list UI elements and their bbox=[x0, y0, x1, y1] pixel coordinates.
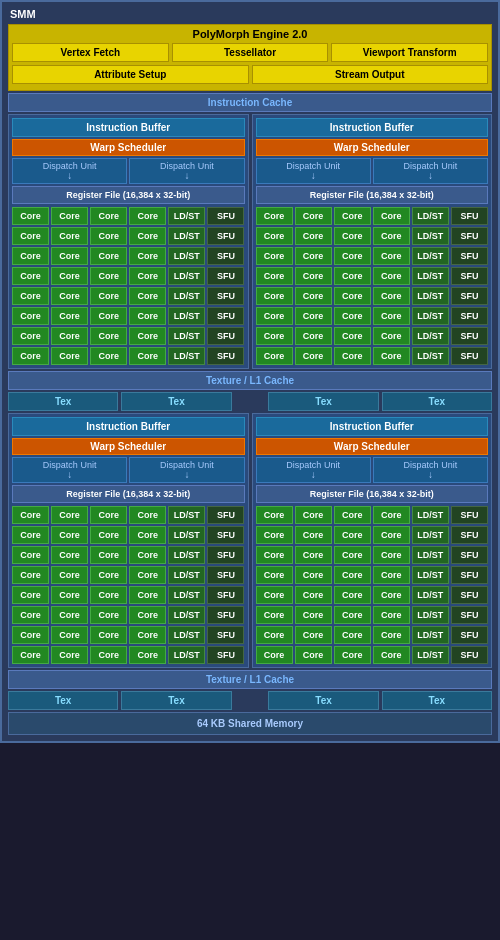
sm3-dispatch-unit-2: Dispatch Unit↓ bbox=[129, 457, 244, 483]
core: Core bbox=[295, 347, 332, 365]
core: Core bbox=[12, 566, 49, 584]
core: Core bbox=[12, 526, 49, 544]
core: Core bbox=[256, 606, 293, 624]
sfu: SFU bbox=[207, 347, 244, 365]
tex-7: Tex bbox=[268, 691, 378, 710]
core: Core bbox=[51, 347, 88, 365]
core: Core bbox=[129, 646, 166, 664]
core: Core bbox=[295, 247, 332, 265]
core: Core bbox=[90, 227, 127, 245]
attribute-setup: Attribute Setup bbox=[12, 65, 249, 84]
sm3-warp-scheduler: Warp Scheduler bbox=[12, 438, 245, 455]
sfu: SFU bbox=[451, 566, 488, 584]
core: Core bbox=[334, 506, 371, 524]
sfu: SFU bbox=[451, 247, 488, 265]
ldst: LD/ST bbox=[412, 646, 449, 664]
tex-6: Tex bbox=[121, 691, 231, 710]
table-row: Core Core Core Core LD/ST SFU bbox=[12, 287, 245, 305]
core: Core bbox=[129, 267, 166, 285]
core: Core bbox=[12, 347, 49, 365]
core: Core bbox=[51, 327, 88, 345]
sm1-dispatch-row: Dispatch Unit↓ Dispatch Unit↓ bbox=[12, 158, 245, 184]
sm1-warp-scheduler: Warp Scheduler bbox=[12, 139, 245, 156]
tessellator: Tessellator bbox=[172, 43, 329, 62]
core: Core bbox=[256, 526, 293, 544]
sfu: SFU bbox=[207, 586, 244, 604]
table-row: Core Core Core Core LD/ST SFU bbox=[12, 506, 245, 524]
sm1-dispatch-unit-1: Dispatch Unit↓ bbox=[12, 158, 127, 184]
sfu: SFU bbox=[207, 506, 244, 524]
sfu: SFU bbox=[451, 526, 488, 544]
core: Core bbox=[90, 626, 127, 644]
ldst: LD/ST bbox=[412, 267, 449, 285]
sm4-instruction-buffer: Instruction Buffer bbox=[256, 417, 489, 436]
sm3-dispatch-row: Dispatch Unit↓ Dispatch Unit↓ bbox=[12, 457, 245, 483]
texture-l1-cache-top: Texture / L1 Cache bbox=[8, 371, 492, 390]
tex-2: Tex bbox=[121, 392, 231, 411]
core: Core bbox=[334, 526, 371, 544]
core: Core bbox=[51, 606, 88, 624]
ldst: LD/ST bbox=[168, 626, 205, 644]
table-row: Core Core Core Core LD/ST SFU bbox=[12, 227, 245, 245]
core: Core bbox=[295, 646, 332, 664]
ldst: LD/ST bbox=[412, 307, 449, 325]
sm1-instruction-buffer: Instruction Buffer bbox=[12, 118, 245, 137]
core: Core bbox=[129, 287, 166, 305]
table-row: Core Core Core Core LD/ST SFU bbox=[256, 247, 489, 265]
core: Core bbox=[51, 307, 88, 325]
sfu: SFU bbox=[451, 327, 488, 345]
ldst: LD/ST bbox=[168, 506, 205, 524]
ldst: LD/ST bbox=[168, 546, 205, 564]
core: Core bbox=[129, 207, 166, 225]
sm-unit-2: Instruction Buffer Warp Scheduler Dispat… bbox=[252, 114, 493, 369]
sfu: SFU bbox=[451, 307, 488, 325]
core: Core bbox=[295, 207, 332, 225]
sm3-register-file: Register File (16,384 x 32-bit) bbox=[12, 485, 245, 503]
core: Core bbox=[256, 307, 293, 325]
core: Core bbox=[129, 586, 166, 604]
sm2-cores-grid: Core Core Core Core LD/ST SFU Core Core … bbox=[256, 207, 489, 365]
core: Core bbox=[256, 546, 293, 564]
sm2-dispatch-row: Dispatch Unit↓ Dispatch Unit↓ bbox=[256, 158, 489, 184]
core: Core bbox=[256, 247, 293, 265]
core: Core bbox=[373, 506, 410, 524]
core: Core bbox=[256, 506, 293, 524]
polymorph-title: PolyMorph Engine 2.0 bbox=[12, 28, 488, 40]
core: Core bbox=[373, 227, 410, 245]
core: Core bbox=[373, 307, 410, 325]
core: Core bbox=[334, 566, 371, 584]
core: Core bbox=[12, 626, 49, 644]
core: Core bbox=[256, 646, 293, 664]
sfu: SFU bbox=[207, 307, 244, 325]
ldst: LD/ST bbox=[412, 606, 449, 624]
core: Core bbox=[373, 646, 410, 664]
core: Core bbox=[51, 646, 88, 664]
sm2-dispatch-unit-2: Dispatch Unit↓ bbox=[373, 158, 488, 184]
sm3-instruction-buffer: Instruction Buffer bbox=[12, 417, 245, 436]
ldst: LD/ST bbox=[412, 566, 449, 584]
sm4-warp-scheduler: Warp Scheduler bbox=[256, 438, 489, 455]
ldst: LD/ST bbox=[168, 207, 205, 225]
table-row: Core Core Core Core LD/ST SFU bbox=[256, 207, 489, 225]
table-row: Core Core Core Core LD/ST SFU bbox=[256, 646, 489, 664]
shared-memory: 64 KB Shared Memory bbox=[8, 712, 492, 735]
sfu: SFU bbox=[207, 606, 244, 624]
core: Core bbox=[373, 626, 410, 644]
core: Core bbox=[334, 247, 371, 265]
core: Core bbox=[129, 327, 166, 345]
ldst: LD/ST bbox=[168, 307, 205, 325]
sm2-warp-scheduler: Warp Scheduler bbox=[256, 139, 489, 156]
sfu: SFU bbox=[207, 227, 244, 245]
tex-5: Tex bbox=[8, 691, 118, 710]
sfu: SFU bbox=[451, 586, 488, 604]
sfu: SFU bbox=[451, 646, 488, 664]
core: Core bbox=[256, 327, 293, 345]
core: Core bbox=[12, 327, 49, 345]
sm-unit-3: Instruction Buffer Warp Scheduler Dispat… bbox=[8, 413, 249, 668]
sm2-dispatch-unit-1: Dispatch Unit↓ bbox=[256, 158, 371, 184]
core: Core bbox=[90, 606, 127, 624]
tex-units-bottom: Tex Tex Tex Tex bbox=[8, 691, 492, 710]
core: Core bbox=[373, 347, 410, 365]
table-row: Core Core Core Core LD/ST SFU bbox=[12, 646, 245, 664]
sm4-register-file: Register File (16,384 x 32-bit) bbox=[256, 485, 489, 503]
